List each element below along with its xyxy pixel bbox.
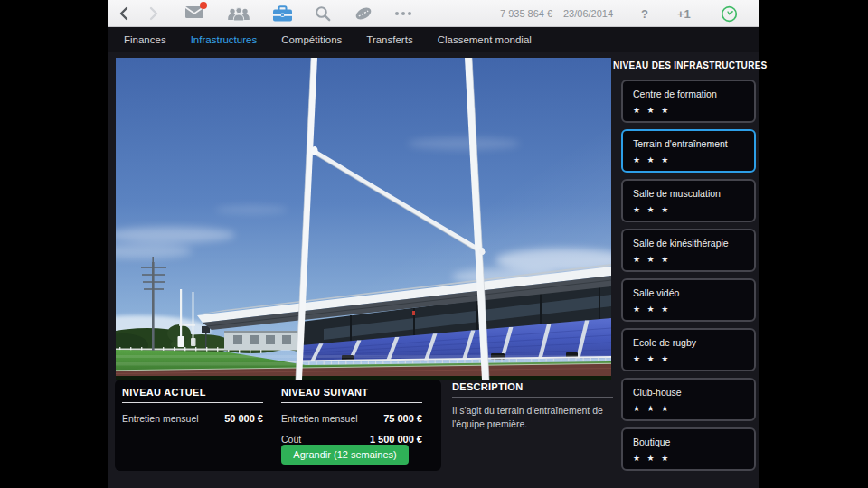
divider — [281, 402, 422, 403]
match-button[interactable] — [354, 0, 373, 27]
stat-value: 75 000 € — [383, 413, 422, 424]
back-button[interactable] — [118, 0, 130, 27]
date-value: 23/06/2014 — [563, 8, 613, 19]
current-level-title: NIVEAU ACTUEL — [122, 387, 263, 398]
search-button[interactable] — [315, 0, 331, 27]
infrastructure-card-centre-de-formation[interactable]: Centre de formation★ ★ ★ — [621, 80, 756, 123]
plus-one-button[interactable]: +1 — [677, 0, 691, 27]
description-section: DESCRIPTION Il s'agit du terrain d'entra… — [452, 381, 613, 431]
star-rating: ★ ★ ★ — [633, 305, 744, 314]
star-rating: ★ ★ ★ — [633, 155, 744, 164]
stat-value: 50 000 € — [224, 413, 263, 424]
search-icon — [315, 5, 331, 22]
team-button[interactable] — [227, 0, 250, 27]
infrastructure-label: Salle de musculation — [633, 188, 744, 199]
tab-infrastructures[interactable]: Infrastructures — [191, 34, 258, 45]
briefcase-icon — [272, 5, 293, 22]
nav-tabs: FinancesInfrastructuresCompétitionsTrans… — [108, 27, 760, 52]
divider — [122, 402, 263, 403]
tab-classement-mondial[interactable]: Classement mondial — [438, 34, 532, 45]
date-display: 23/06/2014 — [563, 0, 613, 27]
description-title: DESCRIPTION — [452, 381, 613, 392]
help-button[interactable]: ? — [641, 0, 648, 27]
star-rating: ★ ★ ★ — [633, 106, 744, 115]
stat-label: Entretien mensuel — [122, 413, 199, 424]
stadium-photo — [116, 58, 611, 380]
infrastructure-card-boutique[interactable]: Boutique★ ★ ★ — [621, 427, 756, 471]
rugby-ball-icon — [354, 5, 373, 22]
infrastructure-label: Salle de kinésithérapie — [633, 238, 744, 249]
plus-one-label: +1 — [677, 7, 691, 21]
stat-row: Entretien mensuel50 000 € — [122, 413, 263, 424]
infrastructure-card-terrain-d-entra-nement[interactable]: Terrain d'entraînement★ ★ ★ — [621, 129, 756, 173]
infrastructure-label: Ecole de rugby — [633, 337, 744, 348]
advance-time-button[interactable] — [721, 0, 738, 27]
star-rating: ★ ★ ★ — [633, 255, 744, 264]
back-icon — [118, 6, 130, 21]
star-rating: ★ ★ ★ — [633, 454, 744, 463]
clock-icon — [721, 5, 738, 23]
business-button[interactable] — [272, 0, 293, 27]
messages-button[interactable] — [184, 0, 204, 27]
more-button[interactable] — [394, 0, 412, 27]
upgrade-button[interactable]: Agrandir (12 semaines) — [281, 445, 409, 465]
notification-badge — [200, 2, 207, 9]
help-label: ? — [641, 7, 648, 21]
infrastructure-card-salle-vid-o[interactable]: Salle vidéo★ ★ ★ — [621, 278, 756, 322]
topbar: 7 935 864 € 23/06/2014 ? +1 — [108, 0, 760, 27]
infrastructure-label: Club-house — [633, 387, 744, 398]
infrastructure-card-ecole-de-rugby[interactable]: Ecole de rugby★ ★ ★ — [621, 328, 756, 371]
more-icon — [394, 11, 412, 16]
budget-display: 7 935 864 € — [500, 0, 552, 27]
forward-button[interactable] — [147, 0, 160, 27]
budget-value: 7 935 864 € — [500, 8, 552, 19]
screen: 7 935 864 € 23/06/2014 ? +1 FinancesInfr… — [0, 0, 868, 488]
sidebar-title: NIVEAU DES INFRASTRUCTURES — [613, 61, 761, 70]
stadium-illustration — [116, 58, 611, 380]
infrastructure-label: Salle vidéo — [633, 287, 744, 298]
infrastructure-label: Terrain d'entraînement — [633, 138, 744, 149]
star-rating: ★ ★ ★ — [633, 205, 744, 214]
stat-label: Entretien mensuel — [281, 413, 358, 424]
infrastructure-card-salle-de-kin-sith-rapie[interactable]: Salle de kinésithérapie★ ★ ★ — [621, 229, 756, 272]
tab-comp-titions[interactable]: Compétitions — [281, 34, 342, 45]
level-panel: NIVEAU ACTUEL Entretien mensuel50 000 € … — [115, 380, 441, 471]
stat-row: Coût1 500 000 € — [281, 434, 422, 445]
infrastructure-label: Centre de formation — [633, 89, 744, 99]
next-level-section: NIVEAU SUIVANT Entretien mensuel75 000 €… — [281, 387, 422, 445]
tab-finances[interactable]: Finances — [124, 34, 166, 45]
next-level-title: NIVEAU SUIVANT — [281, 387, 422, 398]
current-level-section: NIVEAU ACTUEL Entretien mensuel50 000 € — [122, 387, 263, 424]
game-window: 7 935 864 € 23/06/2014 ? +1 FinancesInfr… — [108, 0, 760, 488]
stat-label: Coût — [281, 434, 301, 445]
star-rating: ★ ★ ★ — [633, 354, 744, 363]
description-text: Il s'agit du terrain d'entraînement de l… — [452, 404, 613, 431]
infrastructure-card-club-house[interactable]: Club-house★ ★ ★ — [621, 378, 756, 421]
tab-transferts[interactable]: Transferts — [366, 34, 412, 45]
star-rating: ★ ★ ★ — [633, 404, 744, 413]
infrastructure-card-salle-de-musculation[interactable]: Salle de musculation★ ★ ★ — [621, 179, 756, 222]
infrastructure-label: Boutique — [633, 436, 744, 447]
team-icon — [227, 6, 250, 22]
stat-value: 1 500 000 € — [370, 434, 422, 445]
stat-row: Entretien mensuel75 000 € — [281, 413, 422, 424]
forward-icon — [147, 6, 160, 21]
divider — [452, 397, 613, 398]
